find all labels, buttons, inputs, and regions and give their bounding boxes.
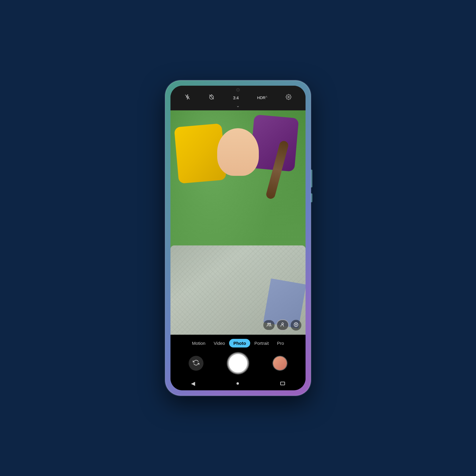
shutter-row xyxy=(170,350,306,378)
phone-screen: 3:4 HDRA ⌄ xyxy=(170,86,306,390)
single-face-detection-btn[interactable] xyxy=(276,320,289,331)
svg-point-6 xyxy=(268,323,269,325)
camera-controls: 3:4 HDRA xyxy=(170,93,306,103)
group-face-detection-btn[interactable] xyxy=(263,320,275,330)
svg-point-7 xyxy=(270,323,271,325)
mode-pro[interactable]: Pro xyxy=(273,339,288,347)
svg-point-8 xyxy=(282,323,284,325)
side-button-2[interactable] xyxy=(311,193,312,202)
group-faces-icon xyxy=(266,322,272,328)
top-bar: 3:4 HDRA ⌄ xyxy=(170,86,306,110)
back-button[interactable]: ◀ xyxy=(191,380,195,387)
svg-point-9 xyxy=(294,322,298,327)
gallery-thumb-inner xyxy=(273,356,287,370)
camera-notch xyxy=(236,88,240,92)
side-button-1[interactable] xyxy=(311,170,312,187)
phone-body: 3:4 HDRA ⌄ xyxy=(165,80,311,396)
single-face-icon xyxy=(280,322,285,328)
hdr-label[interactable]: HDRA xyxy=(257,95,267,100)
bitmoji-btn[interactable] xyxy=(291,320,301,331)
svg-point-5 xyxy=(288,96,289,98)
svg-point-11 xyxy=(296,324,297,324)
svg-point-10 xyxy=(295,324,296,324)
person-face xyxy=(217,128,259,176)
mode-bar: Motion Video Photo Portrait Pro xyxy=(170,335,306,350)
shutter-button[interactable] xyxy=(228,353,248,374)
bitmoji-icon xyxy=(293,322,299,328)
viewfinder xyxy=(170,110,306,335)
mode-portrait[interactable]: Portrait xyxy=(250,339,273,347)
viewfinder-overlays xyxy=(263,320,301,331)
chevron-row: ⌄ xyxy=(236,103,240,109)
flash-off-icon[interactable] xyxy=(184,94,190,101)
flip-camera-icon xyxy=(193,359,199,367)
nav-bar: ◀ xyxy=(170,378,306,390)
home-button[interactable] xyxy=(237,382,239,385)
scene xyxy=(170,110,306,335)
timer-icon[interactable] xyxy=(209,94,214,101)
mode-motion[interactable]: Motion xyxy=(188,339,209,347)
mode-video[interactable]: Video xyxy=(209,339,229,347)
recents-button[interactable] xyxy=(280,382,285,385)
mode-photo[interactable]: Photo xyxy=(229,339,250,347)
flip-camera-button[interactable] xyxy=(189,356,203,371)
ratio-label[interactable]: 3:4 xyxy=(233,95,239,100)
phone-wrapper: 3:4 HDRA ⌄ xyxy=(165,80,311,396)
gallery-thumbnail[interactable] xyxy=(273,356,287,371)
chevron-down-icon[interactable]: ⌄ xyxy=(236,103,240,108)
settings-icon[interactable] xyxy=(286,94,292,101)
mode-list: Motion Video Photo Portrait Pro xyxy=(170,339,306,347)
